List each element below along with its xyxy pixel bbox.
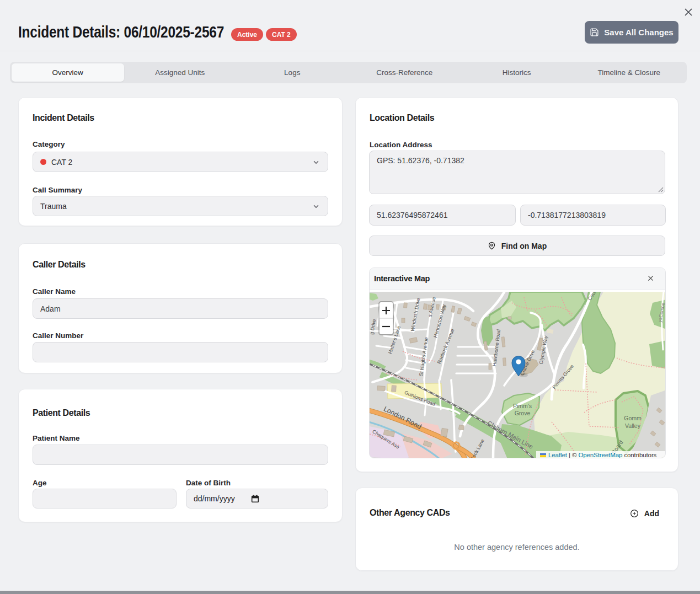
- svg-text:Gomm: Gomm: [624, 415, 642, 421]
- svg-text:Valley: Valley: [625, 422, 641, 429]
- svg-text:Leaflet | © OpenStreetMap cont: Leaflet | © OpenStreetMap contributors: [548, 452, 657, 458]
- svg-text:Grove: Grove: [515, 410, 531, 416]
- svg-text:Pimm's: Pimm's: [513, 403, 532, 409]
